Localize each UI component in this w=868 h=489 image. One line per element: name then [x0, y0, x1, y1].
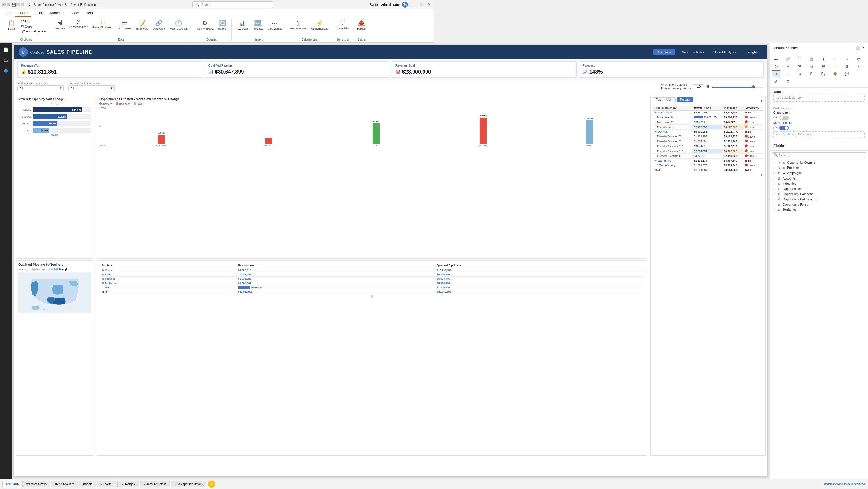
close-fill: $5.9M	[33, 128, 49, 133]
tab-file[interactable]: File	[2, 10, 15, 17]
paste-icon: 📋	[8, 20, 16, 27]
brand-name: Contoso	[30, 50, 44, 55]
recent-sources-button[interactable]: 🕐 Recent sources	[167, 19, 189, 32]
quick-measure-label: Quick measure	[311, 27, 329, 30]
sidebar-model-icon[interactable]: 🔷	[1, 66, 10, 75]
product-filter-label: Product Category, Product	[18, 82, 64, 85]
product-filter-select[interactable]: All ▾	[18, 85, 64, 91]
new-measure-icon: ∑	[296, 20, 300, 26]
ribbon-insert-group: 📊 New visual 🔤 Text box ⋯ More visuals I…	[231, 19, 286, 41]
data-group-label: Data	[118, 38, 124, 41]
close-label: Close	[18, 129, 31, 132]
save-btn[interactable]: 💾	[11, 3, 15, 6]
format-painter-icon: 🖌	[22, 30, 25, 33]
revenue-chart-title: Revenue Open by Sales Stage	[18, 97, 91, 101]
waterfall-bars: 47.9% 0% -100% -16.6% Nov 2021	[99, 106, 434, 147]
decrease-label: Decrease	[119, 102, 131, 105]
powerbi-icon: ⬡	[101, 20, 105, 25]
quick-measure-icon: ⚡	[316, 20, 323, 27]
territory-filter-select[interactable]: All ▾	[68, 85, 115, 91]
redo-btn[interactable]: ↪	[21, 3, 24, 6]
propose-fill: $9.3M	[33, 121, 57, 126]
cut-icon: ✂	[22, 19, 24, 23]
insert-label: Insert	[255, 38, 262, 41]
tab-help[interactable]: Help	[82, 10, 96, 17]
paste-button[interactable]: 📋 Paste	[5, 19, 19, 32]
report-header: C Contoso SALES PIPELINE Overview Win/Lo…	[14, 45, 434, 59]
close-btn[interactable]: ✕	[427, 3, 432, 6]
username: System Administrator	[370, 3, 400, 6]
dataverse-button[interactable]: 🔗 Dataverse	[151, 19, 166, 32]
transform-data-button[interactable]: ⚙ Transform data	[194, 19, 215, 32]
qualify-value: $24.5M	[72, 108, 81, 111]
product-filter: Product Category, Product All ▾	[18, 82, 64, 91]
tab-view[interactable]: View	[68, 10, 82, 17]
text-box-button[interactable]: 🔤 Text box	[251, 19, 265, 32]
copy-icon: ⧉	[22, 24, 24, 28]
tab-modeling[interactable]: Modeling	[46, 10, 68, 17]
more-visuals-button[interactable]: ⋯ More visuals	[266, 19, 284, 32]
forward-btn[interactable]: ▷	[7, 3, 10, 6]
tab-insert[interactable]: Insert	[31, 10, 46, 17]
new-visual-button[interactable]: 📊 New visual	[234, 19, 250, 32]
kpi-revenue-won-icon: 💰	[21, 69, 26, 74]
qualify-label: Qualify	[18, 108, 31, 111]
enter-data-button[interactable]: 📝 Enter data	[135, 19, 150, 32]
ribbon-tab-bar: File Home Insert Modeling View Help	[0, 9, 434, 18]
recent-sources-icon: 🕐	[175, 20, 182, 27]
qualify-fill: $24.5M	[33, 107, 82, 112]
get-data-button[interactable]: 🗄 Get data	[53, 19, 67, 31]
quick-measure-button[interactable]: ⚡ Quick measure	[309, 19, 330, 32]
propose-label: Propose	[18, 122, 31, 125]
territory-filter-chevron: ▾	[111, 86, 113, 90]
new-measure-button[interactable]: ∑ New measure	[289, 19, 308, 31]
back-btn[interactable]: ◁	[2, 3, 6, 6]
kpi-goal-label: Revenue Goal	[396, 64, 434, 67]
cut-label: Cut	[25, 20, 30, 23]
powerbi-datasets-button[interactable]: ⬡ Power BI datasets	[91, 19, 115, 30]
maximize-btn[interactable]: ⬜	[418, 3, 425, 6]
sensitivity-button[interactable]: 🛡 Sensitivity	[335, 19, 351, 31]
waterfall-chart-panel: Opportunities Created - Month over Month…	[97, 95, 434, 244]
bar-row-propose: Propose $9.3M	[18, 121, 91, 126]
nov-bar	[158, 135, 165, 144]
share-label: Share	[358, 38, 365, 41]
sidebar-report-icon[interactable]: 📄	[1, 45, 10, 55]
global-search-box[interactable]: 🔍 Search	[192, 1, 273, 8]
left-column: Revenue Open by Sales Stage 100% Qualify…	[14, 93, 95, 244]
excel-button[interactable]: X Excel workbook	[68, 19, 90, 30]
total-dot	[134, 102, 136, 105]
wf-jan: 47.9% Jan 2022	[371, 120, 381, 147]
kpi-qualified-value: $30,647,899	[215, 69, 244, 75]
sensitivity-label-grp: Sensitivity	[336, 38, 349, 41]
develop-fill: $15.5M	[33, 114, 67, 119]
paste-label: Paste	[8, 27, 15, 30]
format-painter-button[interactable]: 🖌 Format painter	[20, 29, 48, 34]
ribbon-content: 📋 Paste ✂ Cut ⧉ Copy 🖌 Format painter	[0, 18, 434, 43]
window-title: 2 - Sales Pipeline Power BI - Power BI D…	[29, 3, 96, 6]
kpi-revenue-won-value: $10,811,851	[28, 69, 57, 75]
increase-dot	[99, 102, 102, 105]
minimize-btn[interactable]: —	[410, 3, 416, 6]
recent-sources-label: Recent sources	[169, 27, 188, 30]
propose-track: $9.3M	[33, 121, 91, 126]
new-visual-icon: 📊	[238, 20, 246, 27]
copy-button[interactable]: ⧉ Copy	[20, 24, 48, 29]
undo-btn[interactable]: ↩	[16, 3, 20, 6]
refresh-button[interactable]: 🔄 Refresh	[217, 19, 229, 32]
y-axis: 47.9% 0% -100%	[99, 106, 106, 147]
sql-server-button[interactable]: 🗃 SQL Server	[116, 19, 133, 31]
sidebar-data-icon[interactable]: 🗃	[1, 56, 10, 65]
cut-button[interactable]: ✂ Cut	[20, 19, 48, 24]
territory-filter: Territory, State Or Province All ▾	[68, 82, 115, 91]
tab-home[interactable]: Home	[15, 10, 31, 17]
main-canvas: C Contoso SALES PIPELINE Overview Win/Lo…	[11, 43, 434, 244]
publish-button[interactable]: 📤 Publish	[355, 19, 367, 32]
dataverse-icon: 🔗	[155, 20, 162, 27]
enter-data-icon: 📝	[139, 20, 146, 27]
title-bar-search: 🔍 Search	[96, 1, 370, 8]
get-data-label: Get data	[55, 27, 65, 30]
global-search-label: Search	[201, 3, 211, 6]
increase-label: Increase	[102, 102, 113, 105]
wf-dec: Dec 2021	[264, 137, 274, 147]
